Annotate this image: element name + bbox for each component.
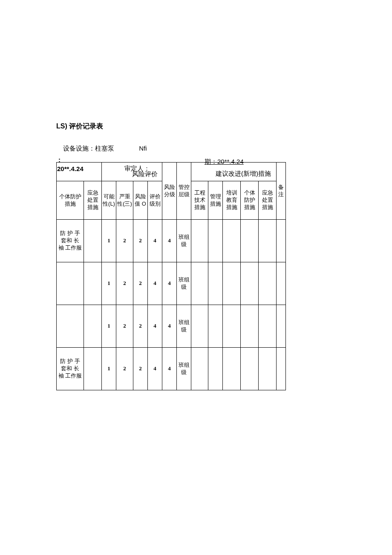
table-row: 1 2 2 4 4 班组级 [57,262,286,305]
cell-O: 2 [133,220,148,262]
th-risk-grade: 风险分级 [162,163,177,220]
suggest-group [191,163,277,181]
cell-L: 1 [102,305,116,348]
cell-c9 [191,305,208,348]
blank-head-left [57,163,102,181]
th-train: 培训教育措施 [223,181,241,220]
th-L: 可能性(L) [102,181,116,220]
cell-O: 2 [133,348,148,390]
cell-c12 [241,348,259,390]
cell-c13 [259,305,277,348]
cell-note [277,305,286,348]
equipment-label: 设备设施：柱塞泵 [63,145,114,152]
cell-ppe [57,305,84,348]
cell-L: 1 [102,348,116,390]
cell-emerg [84,262,102,305]
th-grade: 评价级别 [148,181,162,220]
cell-ctrl: 班组级 [177,305,191,348]
th-ppe2: 个体防护措施 [241,181,259,220]
cell-c11 [223,220,241,262]
th-emerg: 应急处置措施 [84,181,102,220]
cell-note [277,348,286,390]
cell-c9 [191,348,208,390]
evaluation-table: 风险分级 管控层级 备注 个体防护措施 应急处置措施 可能性(L) 严重性(三)… [56,162,286,390]
cell-c13 [259,262,277,305]
cell-S: 2 [116,220,133,262]
th-O: 风险值 O [133,181,148,220]
cell-ppe: 防 护 手 套和 长 袖 工作服 [57,348,84,390]
cell-grade: 4 [148,220,162,262]
cell-ppe: 防 护 手 套和 长 袖 工作服 [57,220,84,262]
table-row: 防 护 手 套和 长 袖 工作服 1 2 2 4 4 班组级 [57,220,286,262]
cell-c13 [259,348,277,390]
th-eng: 工程技术措施 [191,181,208,220]
cell-L: 1 [102,220,116,262]
risk-eval-group [102,163,162,181]
cell-emerg [84,220,102,262]
cell-risk: 4 [162,348,177,390]
cell-c10 [208,348,223,390]
cell-note [277,262,286,305]
cell-c11 [223,305,241,348]
cell-O: 2 [133,262,148,305]
table-row: 1 2 2 4 4 班组级 [57,305,286,348]
doc-title: LS) 评价记录表 [56,122,103,131]
th-note: 备注 [277,163,286,220]
cell-c11 [223,348,241,390]
cell-ctrl: 班组级 [177,348,191,390]
cell-c10 [208,262,223,305]
cell-c10 [208,220,223,262]
meta-equipment: 设备设施：柱塞泵 Nfi [63,145,147,153]
page: LS) 评价记录表 设备设施：柱塞泵 Nfi 期：20**.4.24 ： 20*… [0,0,392,555]
cell-L: 1 [102,262,116,305]
cell-c12 [241,220,259,262]
cell-S: 2 [116,262,133,305]
table-row: 防 护 手 套和 长 袖 工作服 1 2 2 4 4 班组级 [57,348,286,390]
th-S: 严重性(三) [116,181,133,220]
cell-S: 2 [116,348,133,390]
th-emerg2: 应急处置措施 [259,181,277,220]
cell-emerg [84,305,102,348]
cell-ppe [57,262,84,305]
cell-risk: 4 [162,305,177,348]
th-ctrl-level: 管控层级 [177,163,191,220]
cell-ctrl: 班组级 [177,262,191,305]
cell-c12 [241,305,259,348]
cell-emerg [84,348,102,390]
cell-grade: 4 [148,305,162,348]
cell-ctrl: 班组级 [177,220,191,262]
cell-risk: 4 [162,220,177,262]
th-mgmt: 管理措施 [208,181,223,220]
header-row-1: 风险分级 管控层级 备注 [57,163,286,181]
cell-risk: 4 [162,262,177,305]
cell-grade: 4 [148,262,162,305]
cell-grade: 4 [148,348,162,390]
nfi-label: Nfi [139,145,147,152]
cell-S: 2 [116,305,133,348]
cell-c11 [223,262,241,305]
cell-c9 [191,220,208,262]
cell-c9 [191,262,208,305]
cell-c12 [241,262,259,305]
cell-c13 [259,220,277,262]
th-ppe: 个体防护措施 [57,181,84,220]
cell-note [277,220,286,262]
cell-O: 2 [133,305,148,348]
cell-c10 [208,305,223,348]
